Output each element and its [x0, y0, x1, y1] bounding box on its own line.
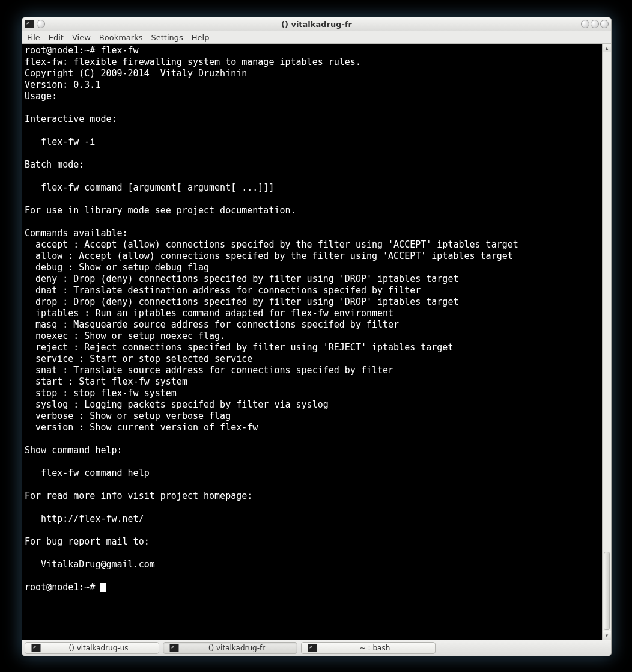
- terminal-content[interactable]: root@node1:~# flex-fw flex-fw: flexible …: [22, 44, 602, 640]
- menu-settings[interactable]: Settings: [151, 33, 183, 42]
- menu-bookmarks[interactable]: Bookmarks: [99, 33, 143, 42]
- scroll-down-icon[interactable]: ▾: [603, 631, 611, 640]
- scroll-up-icon[interactable]: ▴: [603, 44, 611, 52]
- scroll-thumb[interactable]: [604, 552, 610, 630]
- terminal-icon: [169, 644, 179, 652]
- terminal-window: () vitalkadrug-fr File Edit View Bookmar…: [22, 17, 612, 656]
- scrollbar[interactable]: ▴ ▾: [602, 44, 611, 640]
- taskbar: () vitalkadrug-us () vitalkadrug-fr ~ : …: [22, 640, 611, 656]
- maximize-button[interactable]: [591, 20, 599, 28]
- window-title: () vitalkadrug-fr: [97, 20, 536, 29]
- close-button[interactable]: [600, 20, 609, 28]
- terminal-cursor: [100, 583, 106, 592]
- taskbar-item[interactable]: () vitalkadrug-us: [25, 642, 159, 654]
- titlebar: () vitalkadrug-fr: [22, 17, 611, 31]
- taskbar-item-label: () vitalkadrug-us: [44, 644, 153, 652]
- menu-edit[interactable]: Edit: [49, 33, 64, 42]
- taskbar-item-label: () vitalkadrug-fr: [183, 644, 291, 652]
- menu-file[interactable]: File: [27, 33, 40, 42]
- terminal-area[interactable]: root@node1:~# flex-fw flex-fw: flexible …: [22, 44, 611, 640]
- window-menu-button[interactable]: [37, 20, 45, 28]
- terminal-icon: [31, 644, 41, 652]
- menu-help[interactable]: Help: [192, 33, 210, 42]
- menu-view[interactable]: View: [72, 33, 91, 42]
- taskbar-item[interactable]: () vitalkadrug-fr: [163, 642, 297, 654]
- menubar: File Edit View Bookmarks Settings Help: [22, 31, 611, 44]
- taskbar-item-label: ~ : bash: [321, 644, 429, 652]
- terminal-icon: [308, 644, 317, 652]
- window-app-icon: [25, 20, 34, 28]
- taskbar-item[interactable]: ~ : bash: [301, 642, 436, 654]
- minimize-button[interactable]: [581, 20, 589, 28]
